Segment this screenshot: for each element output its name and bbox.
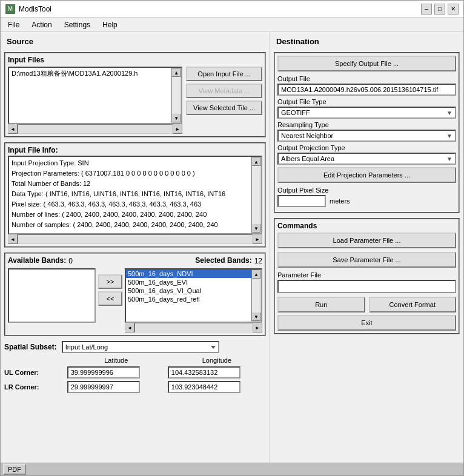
output-type-dropdown[interactable]: GEOTIFF ▼	[277, 107, 456, 119]
info-vscroll-down[interactable]: ▼	[252, 224, 260, 233]
parameter-file-field[interactable]	[277, 280, 456, 293]
band-item-3[interactable]: 500m_16_days_red_refl	[126, 295, 251, 303]
vscroll-track	[173, 77, 180, 114]
info-hscroll-track[interactable]	[18, 234, 253, 244]
window-controls: – □ ✕	[421, 4, 459, 15]
lr-lat-input[interactable]	[67, 381, 140, 393]
save-parameter-file-button[interactable]: Save Parameter File ...	[277, 252, 456, 268]
info-line-4: Data Type: ( INT16, INT16, UINT16, INT16…	[12, 189, 249, 199]
info-label: Input File Info:	[8, 146, 262, 154]
maximize-button[interactable]: □	[434, 4, 445, 15]
bands-section: Available Bands: 0 Selected Bands: 12 >>…	[4, 253, 266, 336]
menu-file[interactable]: File	[3, 19, 24, 30]
vscroll-up-btn[interactable]: ▲	[172, 68, 181, 77]
info-vscroll-up[interactable]: ▲	[252, 157, 260, 166]
info-vscroll-track	[253, 166, 260, 224]
projection-dropdown[interactable]: Albers Equal Area ▼	[277, 153, 456, 165]
band-item-0[interactable]: 500m_16_days_NDVI	[126, 269, 251, 278]
vscroll-down-btn[interactable]: ▼	[172, 114, 181, 122]
menu-help[interactable]: Help	[98, 19, 122, 30]
bands-hscroll-left[interactable]: ◄	[125, 323, 134, 332]
commands-label: Commands	[277, 222, 456, 230]
corner-grid: Latitude Longitude UL Corner: LR Corner:	[4, 357, 266, 393]
hscroll-right-btn[interactable]: ►	[173, 124, 182, 134]
output-type-value: GEOTIFF	[281, 109, 310, 116]
add-bands-button[interactable]: >>	[98, 274, 122, 289]
minimize-button[interactable]: –	[421, 4, 432, 15]
menu-settings[interactable]: Settings	[59, 19, 95, 30]
lr-lon-input[interactable]	[168, 381, 240, 393]
view-selected-tile-button[interactable]: View Selected Tile ...	[186, 101, 262, 115]
run-button[interactable]: Run	[277, 297, 365, 312]
menu-bar: File Action Settings Help	[1, 18, 463, 32]
output-type-arrow: ▼	[446, 110, 452, 116]
band-item-2[interactable]: 500m_16_days_VI_Qual	[126, 286, 251, 295]
run-row: Run Convert Format	[277, 297, 456, 312]
resampling-arrow: ▼	[446, 133, 452, 139]
destination-section: Specify Output File ... Output File MOD1…	[274, 52, 460, 213]
available-bands-label: Available Bands:	[8, 256, 66, 265]
hscroll-left-btn[interactable]: ◄	[8, 124, 18, 134]
bands-vscroll-up[interactable]: ▲	[252, 270, 260, 279]
parameter-file-label: Parameter File	[277, 271, 456, 279]
input-file-info-section: Input File Info: Input Projection Type: …	[4, 142, 266, 248]
title-bar: M ModisTool – □ ✕	[1, 1, 463, 18]
info-line-2: Projection Parameters: ( 6371007.181 0 0…	[12, 168, 249, 179]
selected-bands-count: 12	[254, 257, 262, 265]
file-hscrollbar-row: ◄ ►	[8, 124, 182, 134]
exit-button[interactable]: Exit	[277, 315, 456, 331]
available-bands-count: 0	[68, 257, 73, 265]
spatial-value: Input Lat/Long	[65, 343, 108, 351]
open-input-file-button[interactable]: Open Input File ...	[186, 67, 262, 81]
ul-lat-input[interactable]	[67, 366, 140, 378]
remove-bands-button[interactable]: <<	[98, 291, 122, 306]
title-bar-left: M ModisTool	[5, 4, 51, 14]
resampling-value: Nearest Neighbor	[281, 132, 333, 139]
hscroll-track[interactable]	[18, 124, 173, 134]
close-button[interactable]: ✕	[448, 4, 459, 15]
bands-vscroll-track	[253, 279, 260, 312]
resampling-dropdown[interactable]: Nearest Neighbor ▼	[277, 130, 456, 142]
right-panel: Destination Specify Output File ... Outp…	[270, 32, 463, 462]
selected-bands-label: Selected Bands:	[195, 256, 251, 265]
output-file-field: MOD13A1.A2000049.h26v05.006.201513610471…	[277, 84, 456, 96]
output-file-label: Output File	[277, 75, 456, 82]
projection-label: Output Projection Type	[277, 144, 456, 151]
info-hscrollbar-row: ◄ ►	[8, 234, 262, 244]
bands-vscroll-down[interactable]: ▼	[252, 312, 260, 321]
lr-corner-label: LR Corner:	[4, 383, 65, 391]
bands-vscrollbar[interactable]: ▲ ▼	[251, 269, 261, 322]
edit-projection-button[interactable]: Edit Projection Parameters ...	[277, 167, 456, 183]
bands-hscrollbar-row: ◄ ►	[125, 323, 262, 332]
window-title: ModisTool	[19, 5, 51, 13]
main-window: M ModisTool – □ ✕ File Action Settings H…	[0, 0, 464, 476]
app-icon: M	[5, 4, 15, 14]
taskbar-pdf-item[interactable]: PDF	[3, 464, 26, 475]
bands-hscroll-right[interactable]: ►	[253, 323, 262, 332]
info-line-6: Number of lines: ( 2400, 2400, 2400, 240…	[12, 210, 249, 220]
info-line-3: Total Number of Bands: 12	[12, 179, 249, 189]
projection-arrow: ▼	[446, 156, 452, 162]
info-line-7: Number of samples: ( 2400, 2400, 2400, 2…	[12, 220, 249, 230]
ul-lon-input[interactable]	[168, 366, 240, 378]
load-parameter-file-button[interactable]: Load Parameter File ...	[277, 233, 456, 248]
bands-hscroll-track[interactable]	[134, 323, 253, 332]
info-line-5: Pixel size: ( 463.3, 463.3, 463.3, 463.3…	[12, 199, 249, 210]
menu-action[interactable]: Action	[27, 19, 56, 30]
file-vscrollbar[interactable]: ▲ ▼	[171, 68, 181, 123]
view-metadata-button[interactable]: View Metadata ...	[186, 84, 262, 98]
spatial-label: Spatial Subset:	[4, 343, 57, 351]
specify-output-file-button[interactable]: Specify Output File ...	[277, 56, 456, 71]
convert-format-button[interactable]: Convert Format	[369, 297, 457, 312]
projection-value: Albers Equal Area	[281, 155, 334, 162]
info-hscroll-left[interactable]: ◄	[8, 234, 18, 244]
longitude-col-label: Longitude	[168, 357, 266, 364]
spatial-dropdown[interactable]: Input Lat/Long	[62, 341, 219, 353]
band-item-1[interactable]: 500m_16_days_EVI	[126, 278, 251, 286]
meters-label: meters	[330, 197, 350, 205]
info-hscroll-right[interactable]: ►	[253, 234, 262, 244]
left-panel: Source Input Files D:\mod13粗粮备份\MOD13A1.…	[1, 32, 270, 462]
info-vscrollbar[interactable]: ▲ ▼	[251, 157, 261, 233]
pixel-size-input[interactable]	[277, 195, 326, 207]
output-type-label: Output File Type	[277, 98, 456, 105]
